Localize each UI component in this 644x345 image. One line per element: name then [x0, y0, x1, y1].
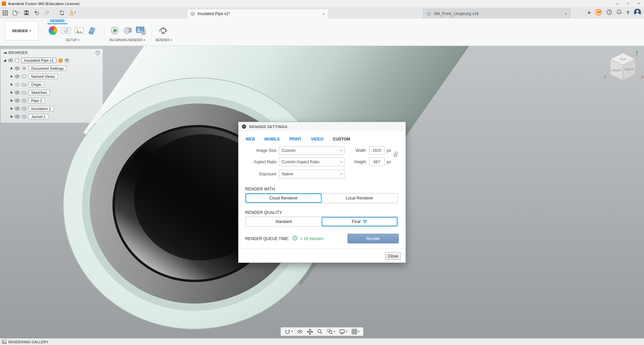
close-tab-icon[interactable]: × — [565, 12, 567, 16]
window-maximize-button[interactable]: □ — [623, 0, 633, 7]
visibility-eye-icon[interactable] — [8, 59, 13, 62]
image-size-select[interactable]: Custom ▾ — [279, 146, 344, 155]
viewcube-top-label[interactable]: TOP — [620, 58, 626, 61]
history-clock-icon[interactable] — [606, 9, 612, 16]
render-button-ribbon[interactable] — [158, 25, 169, 36]
decal-button[interactable] — [73, 25, 85, 36]
target-icon[interactable] — [65, 58, 69, 63]
tree-item-label[interactable]: Pipe:1 — [29, 98, 45, 103]
app-grid-icon[interactable] — [3, 10, 8, 15]
job-status-icon[interactable] — [595, 9, 602, 17]
document-tab-inactive[interactable]: AM_Front_Unsprung v16 × — [423, 9, 571, 18]
viewcube[interactable]: TOP FRONT RIGHT Z X — [602, 50, 644, 88]
hide-panel-icon[interactable] — [96, 51, 100, 55]
tree-item-label[interactable]: Named Views — [29, 74, 58, 79]
add-tab-button[interactable]: + — [588, 9, 591, 16]
display-settings-button[interactable]: ▾ — [339, 329, 347, 334]
scene-settings-button[interactable] — [60, 25, 72, 36]
close-tab-icon[interactable]: × — [323, 12, 325, 16]
aspect-lock-icon[interactable] — [393, 151, 398, 158]
capture-image-button[interactable] — [135, 25, 147, 36]
document-tab-active[interactable]: Insulated Pipe v1* × — [187, 9, 328, 18]
orbit-button[interactable]: ▾ — [284, 329, 292, 335]
file-menu-button[interactable]: ▾ — [13, 10, 19, 15]
grid-layout-button[interactable]: ▾ — [352, 329, 360, 334]
tab-mobile[interactable]: MOBILE — [264, 137, 280, 141]
tree-row-named-views[interactable]: Named Views — [1, 72, 103, 80]
expander-icon[interactable] — [11, 115, 13, 118]
tree-row-pipe[interactable]: Pipe:1 — [1, 97, 103, 105]
local-renderer-option[interactable]: Local Renderer — [322, 193, 398, 203]
setup-group-label[interactable]: SETUP ▾ — [47, 38, 98, 42]
save-button[interactable] — [24, 10, 29, 15]
tree-root-row[interactable]: Insulated Pipe v1 ! — [1, 56, 103, 64]
in-canvas-render-settings-button[interactable] — [122, 25, 133, 36]
tree-row-sketches[interactable]: Sketches — [1, 89, 103, 97]
window-close-button[interactable]: × — [633, 0, 644, 7]
pan-button[interactable] — [307, 329, 313, 335]
expander-icon[interactable] — [11, 107, 13, 110]
user-avatar[interactable] — [634, 8, 641, 17]
texture-map-button[interactable] — [86, 25, 97, 36]
in-canvas-render-group-label[interactable]: IN-CANVAS RENDER ▾ — [107, 38, 148, 42]
tab-print[interactable]: PRINT — [289, 137, 302, 141]
final-quality-option[interactable]: Final — [322, 217, 398, 226]
tree-item-label[interactable]: Insulation:1 — [29, 106, 54, 111]
help-button[interactable]: ? — [626, 10, 629, 15]
in-canvas-render-button[interactable] — [109, 25, 120, 36]
height-input[interactable] — [369, 158, 385, 166]
collapse-dialog-icon[interactable]: − — [242, 124, 246, 129]
visibility-eye-icon[interactable] — [15, 99, 20, 102]
render-group-label[interactable]: RENDER ▾ — [152, 38, 176, 42]
tab-video[interactable]: VIDEO — [311, 137, 323, 141]
expander-icon[interactable] — [11, 67, 13, 70]
expander-open-icon[interactable] — [3, 59, 6, 62]
tree-item-label[interactable]: Document Settings — [29, 66, 66, 71]
tree-item-label[interactable]: Sketches — [29, 90, 50, 95]
viewcube-front-label[interactable]: FRONT — [611, 69, 621, 72]
visibility-eye-icon[interactable] — [15, 75, 20, 78]
tab-web[interactable]: WEB — [246, 137, 255, 141]
tab-custom[interactable]: CUSTOM — [333, 137, 350, 141]
zoom-button[interactable] — [317, 329, 322, 334]
context-tab-render[interactable]: RENDER — [47, 18, 67, 24]
tree-root-label[interactable]: Insulated Pipe v1 — [21, 58, 56, 63]
tree-row-origin[interactable]: Origin — [1, 80, 103, 89]
workspace-selector[interactable]: RENDER ▾ — [5, 21, 38, 40]
standard-quality-option[interactable]: Standard — [246, 217, 322, 226]
look-at-button[interactable] — [297, 330, 303, 334]
render-with-segment: Cloud Renderer Local Renderer — [245, 193, 398, 203]
exposure-select[interactable]: Native ▾ — [279, 170, 344, 178]
expander-icon[interactable] — [11, 83, 13, 86]
width-input[interactable] — [369, 146, 385, 155]
tree-row-jacket[interactable]: Jacket:1 — [1, 113, 103, 121]
warning-icon[interactable]: ! — [58, 58, 63, 63]
expander-icon[interactable] — [11, 99, 13, 102]
appearance-button[interactable] — [47, 25, 59, 36]
statusbar-label[interactable]: RENDERING GALLERY — [8, 340, 48, 344]
viewcube-right-label[interactable]: RIGHT — [625, 68, 634, 71]
redo-button[interactable] — [44, 10, 50, 15]
aspect-ratio-select[interactable]: Custom Aspect Ratio ▾ — [279, 158, 344, 166]
extensions-flask-button[interactable]: ▾ — [69, 10, 76, 15]
close-button[interactable]: Close — [385, 252, 401, 260]
sync-icon[interactable] — [59, 10, 64, 15]
visibility-eye-icon[interactable] — [15, 115, 20, 118]
tree-item-label[interactable]: Jacket:1 — [29, 114, 48, 119]
visibility-eye-off-icon[interactable] — [15, 83, 20, 86]
tree-row-document-settings[interactable]: Document Settings — [1, 64, 103, 72]
undo-button[interactable] — [34, 10, 39, 15]
visibility-eye-icon[interactable] — [15, 67, 20, 70]
expander-icon[interactable] — [11, 91, 13, 94]
render-button[interactable]: Render — [347, 234, 399, 243]
notifications-bell-icon[interactable] — [616, 9, 622, 16]
collapse-panel-icon[interactable]: ◀◀ — [3, 51, 6, 54]
dialog-header[interactable]: − RENDER SETTINGS — [238, 122, 406, 131]
cloud-renderer-option[interactable]: Cloud Renderer — [246, 193, 322, 203]
visibility-eye-icon[interactable] — [15, 107, 20, 110]
visibility-eye-icon[interactable] — [15, 91, 20, 94]
window-minimize-button[interactable]: — — [612, 0, 623, 7]
expander-icon[interactable] — [11, 75, 13, 78]
tree-row-insulation[interactable]: Insulation:1 — [1, 105, 103, 113]
tree-item-label[interactable]: Origin — [29, 82, 44, 87]
